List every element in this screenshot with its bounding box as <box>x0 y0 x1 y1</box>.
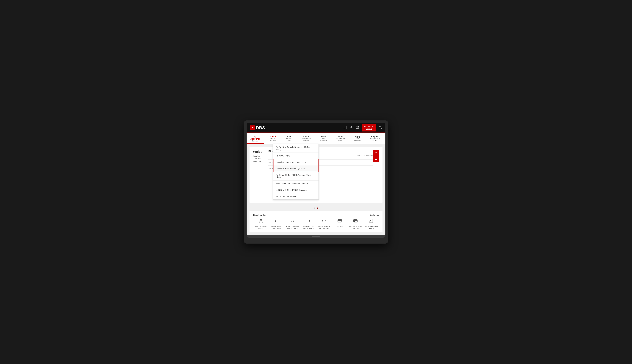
laptop-notch <box>312 236 320 237</box>
nav-cards[interactable]: Cards Activate and Manage <box>297 133 316 144</box>
ql-transfer-dbs-label: Transfer Funds toAnother DBS or <box>286 226 299 230</box>
svg-rect-1 <box>345 127 346 129</box>
welcome-left: Welco Your last June 202 There are <box>253 150 262 163</box>
ql-pay-dbs-posb-label: Pay DBS or POSBCredit Cards <box>349 226 362 230</box>
svg-line-6 <box>381 128 382 128</box>
mail-icon[interactable] <box>356 126 359 130</box>
logo-area: ✕ DBS <box>250 126 265 130</box>
svg-rect-8 <box>338 220 342 222</box>
ql-transfer-bank-icon <box>306 218 310 224</box>
nav-plan-sub: Your Finances <box>319 138 328 141</box>
dot-2[interactable] <box>317 208 318 209</box>
nav: My Accounts Summary Transfer Local or Ov… <box>246 133 386 144</box>
dropdown-one-time[interactable]: To Other DBS or POSB Account (One-Time) <box>273 172 318 180</box>
ql-transfer-overseas-label: Transfer Funds toAn Overseas <box>318 226 330 230</box>
dropdown-other-bank-fast[interactable]: To Other Bank Account (FAST) <box>273 166 318 172</box>
ql-transfer-overseas-icon <box>322 218 326 224</box>
laptop-bottom <box>246 235 386 238</box>
ql-transfer-overseas[interactable]: Transfer Funds toAn Overseas <box>316 218 332 230</box>
nav-cards-sub: Activate and Manage <box>300 138 313 141</box>
svg-rect-14 <box>370 220 371 223</box>
header: ✕ DBS Proceed to Logout <box>246 123 386 132</box>
nav-request-main: Request <box>368 135 382 138</box>
nav-apply-sub: New Products <box>353 138 362 141</box>
ql-pay-dbs-posb-icon <box>353 218 358 224</box>
nav-invest-sub: Manage your Wealth <box>334 138 347 141</box>
nav-transfer-sub: Local or Overseas <box>266 138 278 141</box>
quick-links: Quick Links Customise View TransactionHi… <box>250 211 382 232</box>
svg-rect-0 <box>344 128 344 129</box>
ql-pay-bills-label: Pay Bills <box>336 226 343 228</box>
person-icon[interactable] <box>350 126 353 130</box>
quick-links-header: Quick Links Customise <box>253 214 379 216</box>
laptop-frame: ✕ DBS Proceed to Logout <box>244 120 388 244</box>
nav-transfer[interactable]: Transfer Local or Overseas <box>264 133 281 144</box>
welcome-title: Welco <box>253 150 262 154</box>
last-login: Your last <box>253 155 262 157</box>
dropdown-add-recipient[interactable]: Add New DBS or POSB Recipient <box>273 187 318 193</box>
network-icon[interactable] <box>344 126 347 130</box>
nav-my-accounts-sub: Summary <box>250 140 261 142</box>
pagination-dots <box>250 205 382 211</box>
logout-button[interactable]: Proceed to Logout <box>362 124 376 132</box>
dropdown-my-account[interactable]: To My Account <box>273 153 318 159</box>
ql-transfer-my-icon <box>274 218 279 224</box>
nav-my-accounts[interactable]: My Accounts Summary <box>246 133 264 144</box>
dropdown-other-dbs-posb[interactable]: To Other DBS or POSB Account <box>273 159 318 166</box>
nav-pay[interactable]: Pay Bills and Cards <box>281 133 296 144</box>
ql-transfer-my[interactable]: Transfer Funds toMy Account <box>269 218 284 230</box>
search-icon[interactable] <box>379 126 382 130</box>
ql-dbs-vickers-icon <box>369 218 374 224</box>
svg-rect-10 <box>353 220 357 222</box>
ql-transfer-dbs[interactable]: Transfer Funds toAnother DBS or <box>284 218 300 230</box>
nav-plan-main: Plan <box>319 135 328 138</box>
customise-link[interactable]: Customise <box>370 214 379 216</box>
svg-rect-13 <box>369 221 370 222</box>
quick-links-title: Quick Links <box>253 214 266 216</box>
dbs-logo-text: DBS <box>256 126 265 130</box>
login-date: June 202 <box>253 158 262 160</box>
header-right: Proceed to Logout <box>344 124 382 132</box>
notice: There are <box>253 160 262 163</box>
nav-invest[interactable]: Invest Manage your Wealth <box>331 133 350 144</box>
nav-cards-main: Cards <box>300 135 313 138</box>
dropdown-remit[interactable]: DBS Remit and Overseas Transfer <box>273 180 318 187</box>
ql-view-transaction-label: View TransactionHistory <box>255 226 267 230</box>
ql-dbs-vickers-label: DBS Vickers OnlineTrading <box>364 226 378 230</box>
nav-apply-main: Apply <box>353 135 362 138</box>
nav-request[interactable]: Request Statements or Services <box>365 133 386 144</box>
dot-1[interactable] <box>314 208 315 209</box>
nav-pay-main: Pay <box>284 135 294 138</box>
ql-pay-bills[interactable]: Pay Bills <box>332 218 348 230</box>
quick-links-items: View TransactionHistory Transfer Funds t… <box>253 218 379 230</box>
svg-point-5 <box>379 126 381 128</box>
svg-point-3 <box>351 126 352 128</box>
svg-rect-15 <box>371 220 372 223</box>
ql-view-transaction[interactable]: View TransactionHistory <box>253 218 269 230</box>
ql-transfer-bank[interactable]: Transfer Funds toAnother Bank's <box>300 218 316 230</box>
svg-point-7 <box>260 219 262 221</box>
transfer-dropdown: To PayNow (Mobile Number, NRIC or UEN) T… <box>273 144 319 200</box>
nav-invest-main: Invest <box>334 135 347 138</box>
play-side-button[interactable]: ▶ <box>373 156 379 162</box>
dropdown-paynow[interactable]: To PayNow (Mobile Number, NRIC or UEN) <box>273 144 318 153</box>
ql-transfer-bank-label: Transfer Funds toAnother Bank's <box>302 226 314 230</box>
ql-pay-bills-icon <box>337 218 342 224</box>
ql-transfer-my-label: Transfer Funds toMy Account <box>270 226 283 230</box>
svg-rect-16 <box>372 219 373 222</box>
ql-pay-dbs-posb[interactable]: Pay DBS or POSBCredit Cards <box>348 218 363 230</box>
side-buttons: ✉ ▶ <box>373 150 379 162</box>
nav-plan[interactable]: Plan Your Finances <box>316 133 331 144</box>
dropdown-more-transfer[interactable]: More Transfer Services <box>273 193 318 200</box>
screen: ✕ DBS Proceed to Logout <box>246 123 386 235</box>
nav-transfer-main: Transfer <box>266 135 278 138</box>
nav-request-sub: Statements or Services <box>368 138 382 141</box>
nav-apply[interactable]: Apply New Products <box>350 133 365 144</box>
nav-my-accounts-main: My Accounts <box>250 135 261 140</box>
ql-dbs-vickers[interactable]: DBS Vickers OnlineTrading <box>363 218 379 230</box>
ql-view-transaction-icon <box>259 218 263 224</box>
mail-side-button[interactable]: ✉ <box>373 150 379 156</box>
dbs-logo-icon: ✕ <box>250 126 255 130</box>
ql-transfer-dbs-icon <box>290 218 295 224</box>
nav-pay-sub: Bills and Cards <box>284 138 294 141</box>
